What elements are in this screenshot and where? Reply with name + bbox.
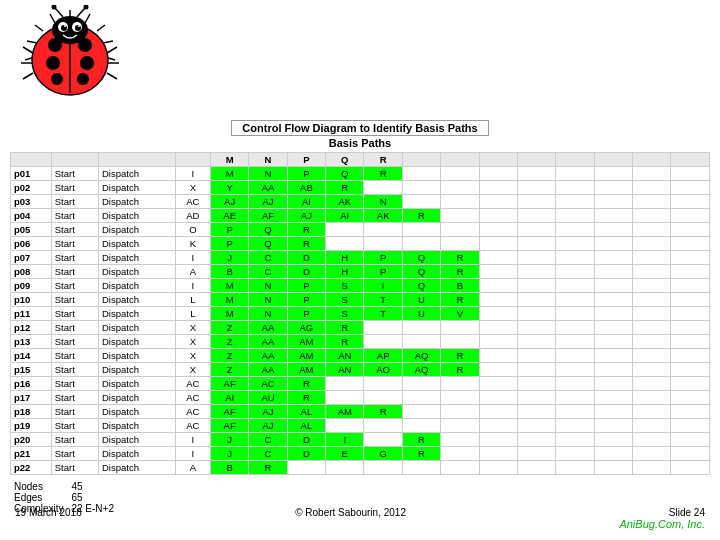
title-section: Control Flow Diagram to Identify Basis P…: [10, 120, 710, 149]
table-row: p04StartDispatchADAEAFAJAIAKR: [11, 209, 710, 223]
svg-point-17: [52, 16, 88, 44]
footer: 19 March 2018 © Robert Sabourin, 2012 Sl…: [0, 507, 720, 530]
table-row: p13StartDispatchXZAAAMR: [11, 335, 710, 349]
svg-line-6: [27, 41, 37, 43]
table-row: p08StartDispatchABCDHPQR: [11, 265, 710, 279]
svg-line-31: [107, 47, 117, 53]
table-row: p11StartDispatchLMNPSTUV: [11, 307, 710, 321]
table-row: p21StartDispatchIJCDEGR: [11, 447, 710, 461]
table-row: p10StartDispatchLMNPSTUR: [11, 293, 710, 307]
ladybug-icon: [5, 5, 135, 110]
sub-title: Basis Paths: [10, 137, 710, 149]
footer-center: © Robert Sabourin, 2012: [295, 507, 406, 530]
svg-point-13: [46, 56, 60, 70]
table-row: p16StartDispatchACAFACR: [11, 377, 710, 391]
table-row: p14StartDispatchXZAAAMANAPAQR: [11, 349, 710, 363]
table-row: p19StartDispatchACAFAJAL: [11, 419, 710, 433]
table-row: p20StartDispatchIJCDIR: [11, 433, 710, 447]
svg-line-25: [77, 8, 85, 17]
edges-value: 65: [67, 492, 118, 503]
table-row: p01StartDispatchIMNPQR: [11, 167, 710, 181]
brand: AniBug.Com, Inc.: [619, 518, 705, 530]
edges-label: Edges: [10, 492, 67, 503]
footer-right: Slide 24 AniBug.Com, Inc.: [619, 507, 705, 530]
svg-point-21: [75, 25, 81, 31]
table-row: p05StartDispatchOPQR: [11, 223, 710, 237]
nodes-value: 45: [67, 481, 118, 492]
table-row: p22StartDispatchABR: [11, 461, 710, 475]
slide-number: Slide 24: [619, 507, 705, 518]
nodes-label: Nodes: [10, 481, 67, 492]
svg-line-1: [85, 14, 90, 23]
table-row: p03StartDispatchACAJAJAIAKN: [11, 195, 710, 209]
content-wrapper: Control Flow Diagram to Identify Basis P…: [10, 120, 710, 514]
table-row: p18StartDispatchACAFAJALAMR: [11, 405, 710, 419]
main-title: Control Flow Diagram to Identify Basis P…: [231, 120, 488, 136]
table-row: p02StartDispatchXYAAABR: [11, 181, 710, 195]
table-row: p12StartDispatchXZAAAGR: [11, 321, 710, 335]
table-row: p06StartDispatchKPQR: [11, 237, 710, 251]
svg-point-14: [80, 56, 94, 70]
basis-paths-table: MNPQRp01StartDispatchIMNPQRp02StartDispa…: [10, 152, 710, 475]
table-row: p07StartDispatchIJCDHPQR: [11, 251, 710, 265]
svg-line-5: [35, 25, 43, 31]
svg-point-15: [51, 73, 63, 85]
logo-area: [5, 5, 165, 115]
table-row: p15StartDispatchXZAAAMANAOAQR: [11, 363, 710, 377]
table-row: p09StartDispatchIMNPSIQB: [11, 279, 710, 293]
svg-line-33: [107, 73, 117, 79]
svg-point-16: [77, 73, 89, 85]
svg-line-24: [55, 8, 63, 17]
svg-point-22: [64, 25, 66, 27]
svg-point-20: [61, 25, 67, 31]
svg-line-2: [97, 25, 105, 31]
svg-line-30: [23, 73, 33, 79]
svg-line-3: [103, 41, 113, 43]
table-row: p17StartDispatchACAIAUR: [11, 391, 710, 405]
footer-left: 19 March 2018: [15, 507, 82, 530]
svg-line-28: [23, 47, 33, 53]
svg-point-23: [78, 25, 80, 27]
svg-line-4: [50, 14, 55, 23]
